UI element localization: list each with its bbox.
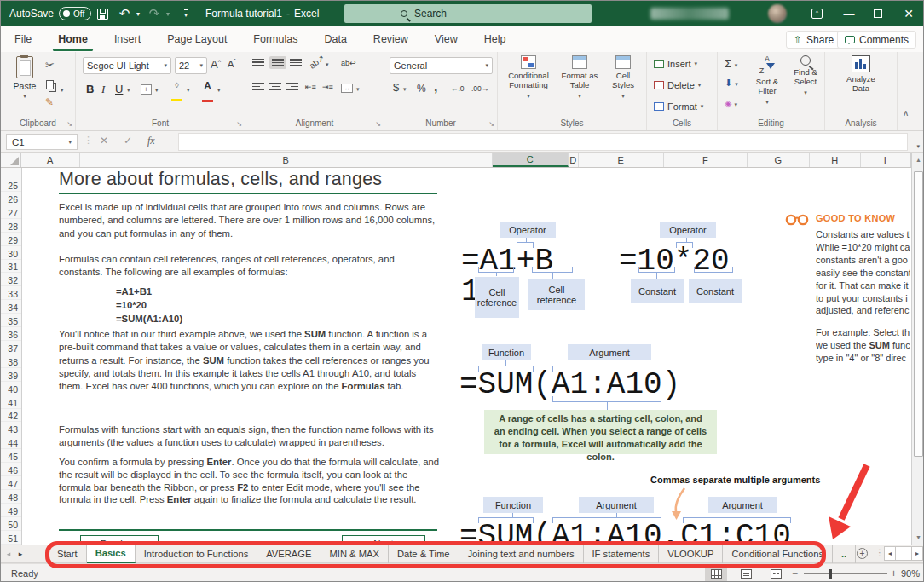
sheet-tab-conditional-functions[interactable]: Conditional Functions	[723, 545, 833, 563]
align-right-button[interactable]	[286, 83, 298, 90]
redo-button[interactable]: ↷	[144, 4, 165, 23]
ribbon-display-options-button[interactable]	[802, 1, 831, 26]
zoom-level[interactable]: 90%	[901, 568, 920, 579]
fill-color-dropdown-icon[interactable]: ▾	[187, 87, 190, 94]
new-sheet-button[interactable]: +	[857, 548, 868, 559]
scrollbar-down-icon[interactable]: ▼	[912, 530, 924, 545]
format-painter-button[interactable]: ✎	[45, 96, 54, 108]
paste-dropdown-icon[interactable]: ▾	[9, 93, 40, 100]
clear-button[interactable]: ◈ ▾	[725, 98, 737, 109]
ribbon-tab-review[interactable]: Review	[372, 33, 410, 45]
scrollbar-up-icon[interactable]: ▲	[912, 153, 924, 167]
row-header-39[interactable]: 39	[1, 368, 21, 382]
enter-formula-button[interactable]: ✓	[124, 135, 132, 147]
sheet-tab-vlookup[interactable]: VLOOKUP	[659, 545, 723, 563]
undo-dropdown[interactable]: ▾	[133, 4, 143, 23]
row-header-46[interactable]: 46	[1, 463, 21, 476]
column-header-A[interactable]: A	[21, 153, 80, 167]
share-button[interactable]: ⇧ Share	[786, 31, 841, 49]
close-button[interactable]: ✕	[894, 1, 923, 26]
alignment-dialog-launcher[interactable]: ↘	[375, 120, 381, 128]
sheet-tab-if-statements[interactable]: IF statements	[584, 545, 660, 563]
ribbon-tab-page-layout[interactable]: Page Layout	[165, 33, 228, 45]
sheet-tab-average[interactable]: AVERAGE	[257, 545, 321, 563]
formula-input[interactable]	[178, 133, 908, 151]
avatar[interactable]	[768, 4, 787, 23]
row-header-44[interactable]: 44	[1, 435, 21, 449]
sheet-tab-date-time[interactable]: Date & Time	[389, 545, 459, 563]
row-header-51[interactable]: 51	[1, 531, 21, 545]
percent-style-button[interactable]: %	[417, 83, 426, 95]
row-header-48[interactable]: 48	[1, 490, 21, 504]
page-layout-view-button[interactable]	[735, 566, 757, 582]
row-header-34[interactable]: 34	[1, 300, 21, 314]
select-all-button[interactable]	[1, 153, 21, 167]
hscroll-thumb[interactable]	[896, 546, 911, 561]
italic-button[interactable]: I	[101, 83, 105, 96]
ribbon-tab-view[interactable]: View	[433, 33, 459, 45]
column-header-I[interactable]: I	[861, 153, 910, 167]
increase-indent-button[interactable]: ⇥≡	[322, 83, 333, 91]
wrap-text-button[interactable]: ab↩	[341, 59, 356, 67]
align-left-button[interactable]	[252, 83, 264, 90]
vertical-scrollbar-thumb[interactable]	[914, 171, 923, 457]
insert-function-button[interactable]: fx	[147, 135, 155, 147]
name-box-dropdown-icon[interactable]: ▾	[68, 139, 72, 146]
column-header-E[interactable]: E	[579, 153, 664, 167]
row-header-47[interactable]: 47	[1, 476, 21, 490]
middle-align-button[interactable]	[269, 56, 286, 69]
row-header-50[interactable]: 50	[1, 517, 21, 531]
page-break-preview-button[interactable]	[765, 566, 787, 582]
minimize-button[interactable]: —	[834, 1, 863, 26]
tab-scroll-right-button[interactable]: ▸	[14, 545, 26, 563]
underline-dropdown-icon[interactable]: ▾	[127, 87, 130, 94]
number-dialog-launcher[interactable]: ↘	[488, 120, 494, 128]
search-input[interactable]: Search	[344, 4, 592, 23]
copy-dropdown-icon[interactable]: ▾	[61, 80, 64, 95]
comments-button[interactable]: Comments	[837, 31, 916, 49]
increase-decimal-button[interactable]: ←.0	[451, 84, 465, 93]
row-header-42[interactable]: 42	[1, 409, 21, 423]
save-button[interactable]	[92, 4, 113, 23]
decrease-decimal-button[interactable]: .00→	[471, 84, 488, 93]
orientation-dropdown-icon[interactable]: ▾	[326, 61, 329, 68]
find-select-button[interactable]: Find & Select ▾	[788, 55, 823, 96]
copy-button[interactable]	[46, 78, 54, 93]
cancel-formula-button[interactable]: ✕	[100, 135, 108, 147]
font-family-select[interactable]: Segoe UI Light▾	[83, 57, 171, 74]
row-header-37[interactable]: 37	[1, 341, 21, 354]
insert-cells-button[interactable]: Insert▾	[654, 59, 697, 69]
orientation-button[interactable]: ab↗	[308, 53, 326, 71]
row-header-49[interactable]: 49	[1, 504, 21, 517]
expand-formula-bar-icon[interactable]: ▾	[916, 136, 920, 152]
underline-button[interactable]: U	[115, 83, 123, 95]
bottom-align-button[interactable]	[290, 59, 302, 66]
decrease-font-size-button[interactable]: Aˇ	[228, 58, 236, 69]
row-header-45[interactable]: 45	[1, 449, 21, 463]
format-as-table-button[interactable]: Format as Table ▾	[557, 55, 602, 100]
accounting-dropdown-icon[interactable]: ▾	[403, 86, 407, 93]
format-cells-button[interactable]: Format▾	[654, 101, 703, 112]
top-align-button[interactable]	[252, 59, 264, 66]
zoom-slider[interactable]	[804, 573, 887, 574]
paste-button[interactable]: Paste ▾	[9, 56, 40, 100]
accounting-format-button[interactable]: $	[393, 81, 399, 94]
conditional-formatting-button[interactable]: Conditional Formatting ▾	[503, 55, 554, 100]
hscroll-right-button[interactable]: ▸	[911, 546, 923, 561]
increase-font-size-button[interactable]: A^	[211, 58, 221, 71]
font-color-dropdown-icon[interactable]: ▾	[217, 87, 221, 94]
decrease-indent-button[interactable]: ⇤≡	[305, 83, 316, 91]
zoom-out-button[interactable]: −	[792, 568, 798, 579]
restore-button[interactable]	[863, 1, 892, 26]
redo-dropdown[interactable]: ▾	[163, 4, 173, 23]
undo-button[interactable]: ↶	[114, 4, 135, 23]
column-header-G[interactable]: G	[748, 153, 810, 167]
customize-quick-access-toolbar-button[interactable]: ▾	[176, 4, 196, 23]
font-size-select[interactable]: 22▾	[175, 57, 207, 74]
row-header-40[interactable]: 40	[1, 382, 21, 395]
sheet-tab-[interactable]: ..	[833, 545, 856, 563]
merge-center-button[interactable]: ↔	[341, 84, 353, 93]
row-header-30[interactable]: 30	[1, 246, 21, 260]
normal-view-button[interactable]	[705, 566, 727, 582]
zoom-in-button[interactable]: +	[891, 568, 897, 579]
